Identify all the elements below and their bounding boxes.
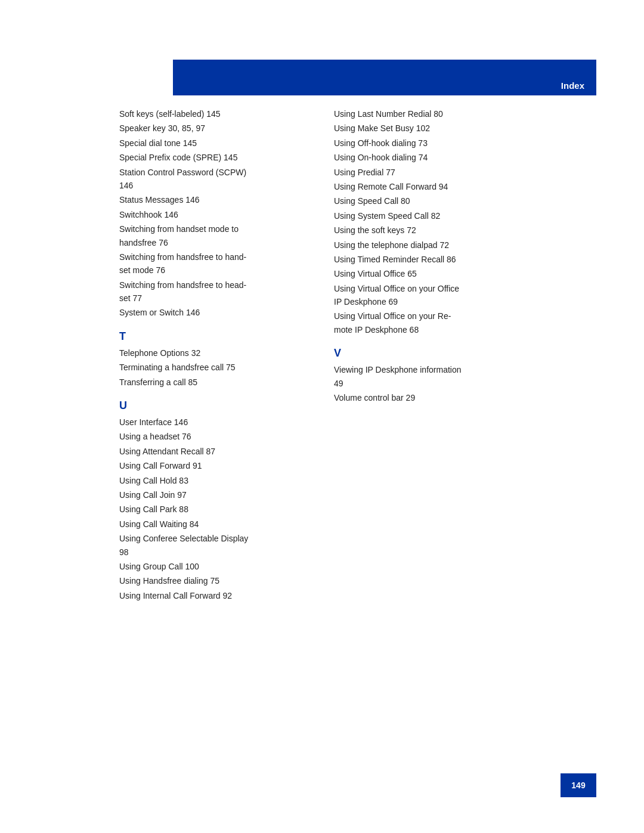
list-item: Using Timed Reminder Recall 86 xyxy=(334,253,596,266)
header-bar: Index xyxy=(173,60,596,95)
list-item: Using Virtual Office 65 xyxy=(334,267,596,280)
list-item: Using Off-hook dialing 73 xyxy=(334,137,596,150)
list-item: Using Last Number Redial 80 xyxy=(334,107,596,120)
list-item: System or Switch 146 xyxy=(119,306,310,319)
list-item: Using Attendant Recall 87 xyxy=(119,445,310,458)
page-number-box: 149 xyxy=(561,773,596,797)
v-entries-group: Viewing IP Deskphone information49 Volum… xyxy=(334,363,596,404)
list-item: User Interface 146 xyxy=(119,416,310,429)
index-label: Index xyxy=(561,80,584,91)
right-column: Using Last Number Redial 80 Using Make S… xyxy=(334,107,596,603)
list-item: Special dial tone 145 xyxy=(119,137,310,150)
list-item: Using Internal Call Forward 92 xyxy=(119,589,310,602)
section-v-letter: V xyxy=(334,347,596,360)
list-item: Station Control Password (SCPW)146 xyxy=(119,166,310,193)
left-column: Soft keys (self-labeled) 145 Speaker key… xyxy=(119,107,310,603)
list-item: Using Call Forward 91 xyxy=(119,459,310,472)
list-item: Using On-hook dialing 74 xyxy=(334,151,596,164)
list-item: Using Speed Call 80 xyxy=(334,194,596,208)
list-item: Using the telephone dialpad 72 xyxy=(334,239,596,252)
list-item: Switchhook 146 xyxy=(119,208,310,221)
u-continued-entries-group: Using Last Number Redial 80 Using Make S… xyxy=(334,107,596,336)
list-item: Using the soft keys 72 xyxy=(334,224,596,237)
list-item: Speaker key 30, 85, 97 xyxy=(119,122,310,135)
list-item: Using a headset 76 xyxy=(119,430,310,443)
list-item: Telephone Options 32 xyxy=(119,346,310,360)
list-item: Switching from handsfree to hand-set mod… xyxy=(119,250,310,277)
page-number: 149 xyxy=(571,781,585,790)
list-item: Using Predial 77 xyxy=(334,166,596,179)
content-area: Soft keys (self-labeled) 145 Speaker key… xyxy=(119,107,596,603)
list-item: Using System Speed Call 82 xyxy=(334,209,596,222)
list-item: Using Remote Call Forward 94 xyxy=(334,180,596,193)
list-item: Switching from handset mode tohandsfree … xyxy=(119,222,310,249)
list-item: Status Messages 146 xyxy=(119,193,310,206)
list-item: Switching from handsfree to head-set 77 xyxy=(119,278,310,305)
list-item: Using Virtual Office on your Re-mote IP … xyxy=(334,309,596,336)
s-entries-group: Soft keys (self-labeled) 145 Speaker key… xyxy=(119,107,310,320)
list-item: Using Make Set Busy 102 xyxy=(334,122,596,135)
list-item: Viewing IP Deskphone information49 xyxy=(334,363,596,390)
page-container: Index Soft keys (self-labeled) 145 Speak… xyxy=(0,0,644,833)
list-item: Using Conferee Selectable Display98 xyxy=(119,532,310,559)
list-item: Using Group Call 100 xyxy=(119,560,310,573)
t-entries-group: Telephone Options 32 Terminating a hands… xyxy=(119,346,310,389)
list-item: Using Call Hold 83 xyxy=(119,474,310,487)
list-item: Soft keys (self-labeled) 145 xyxy=(119,107,310,120)
list-item: Terminating a handsfree call 75 xyxy=(119,361,310,374)
section-t-letter: T xyxy=(119,330,310,343)
list-item: Using Handsfree dialing 75 xyxy=(119,574,310,587)
list-item: Using Call Park 88 xyxy=(119,503,310,516)
u-entries-group: User Interface 146 Using a headset 76 Us… xyxy=(119,416,310,602)
list-item: Volume control bar 29 xyxy=(334,391,596,404)
list-item: Transferring a call 85 xyxy=(119,376,310,389)
section-u-letter: U xyxy=(119,400,310,412)
list-item: Using Call Join 97 xyxy=(119,488,310,501)
list-item: Using Virtual Office on your OfficeIP De… xyxy=(334,282,596,309)
list-item: Special Prefix code (SPRE) 145 xyxy=(119,151,310,164)
list-item: Using Call Waiting 84 xyxy=(119,518,310,531)
